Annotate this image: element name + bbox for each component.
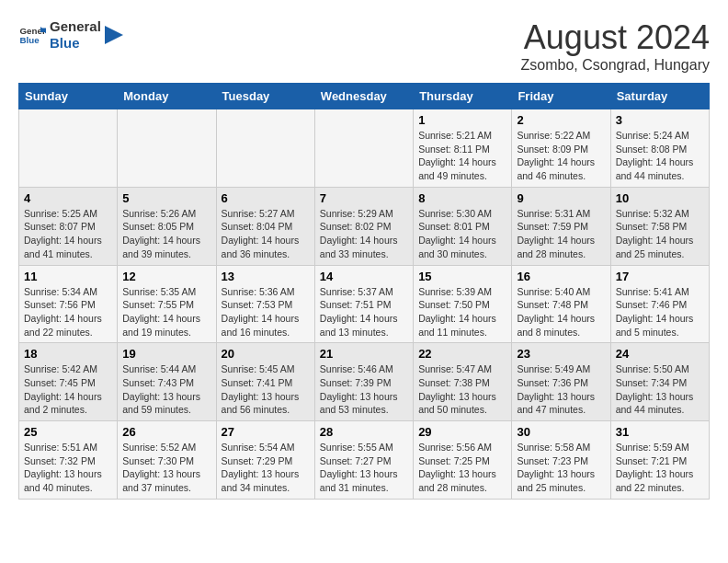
day-number: 10 — [616, 191, 704, 205]
cell-week3-day5: 16Sunrise: 5:40 AM Sunset: 7:48 PM Dayli… — [512, 265, 610, 343]
cell-week3-day0: 11Sunrise: 5:34 AM Sunset: 7:56 PM Dayli… — [19, 265, 118, 343]
cell-week1-day4: 1Sunrise: 5:21 AM Sunset: 8:11 PM Daylig… — [414, 109, 512, 188]
cell-week5-day1: 26Sunrise: 5:52 AM Sunset: 7:30 PM Dayli… — [118, 421, 216, 500]
cell-week1-day1 — [118, 109, 216, 188]
day-number: 17 — [616, 270, 704, 283]
day-number: 24 — [616, 347, 704, 361]
day-info: Sunrise: 5:44 AM Sunset: 7:43 PM Dayligh… — [122, 362, 210, 417]
logo-general-text: General — [50, 18, 101, 35]
day-number: 19 — [122, 347, 210, 361]
day-number: 5 — [122, 191, 210, 205]
calendar-table: Sunday Monday Tuesday Wednesday Thursday… — [18, 83, 710, 500]
day-info: Sunrise: 5:22 AM Sunset: 8:09 PM Dayligh… — [517, 129, 605, 183]
day-info: Sunrise: 5:34 AM Sunset: 7:56 PM Dayligh… — [24, 285, 112, 339]
day-info: Sunrise: 5:50 AM Sunset: 7:34 PM Dayligh… — [616, 362, 704, 417]
day-number: 4 — [24, 191, 112, 205]
day-number: 25 — [24, 425, 112, 439]
day-number: 20 — [222, 347, 310, 361]
day-info: Sunrise: 5:35 AM Sunset: 7:55 PM Dayligh… — [122, 285, 210, 339]
day-number: 11 — [24, 270, 112, 283]
cell-week4-day1: 19Sunrise: 5:44 AM Sunset: 7:43 PM Dayli… — [118, 343, 216, 421]
cell-week3-day3: 14Sunrise: 5:37 AM Sunset: 7:51 PM Dayli… — [314, 265, 413, 343]
week-row-5: 25Sunrise: 5:51 AM Sunset: 7:32 PM Dayli… — [19, 421, 710, 500]
day-number: 3 — [616, 113, 704, 127]
cell-week1-day2 — [216, 109, 314, 188]
day-number: 27 — [222, 425, 310, 439]
day-info: Sunrise: 5:52 AM Sunset: 7:30 PM Dayligh… — [122, 441, 210, 495]
cell-week1-day6: 3Sunrise: 5:24 AM Sunset: 8:08 PM Daylig… — [610, 109, 709, 188]
day-info: Sunrise: 5:25 AM Sunset: 8:07 PM Dayligh… — [24, 207, 112, 261]
day-number: 16 — [517, 270, 605, 283]
week-row-2: 4Sunrise: 5:25 AM Sunset: 8:07 PM Daylig… — [19, 187, 710, 265]
cell-week5-day2: 27Sunrise: 5:54 AM Sunset: 7:29 PM Dayli… — [216, 421, 314, 500]
cell-week2-day6: 10Sunrise: 5:32 AM Sunset: 7:58 PM Dayli… — [610, 187, 709, 265]
day-number: 30 — [517, 425, 605, 439]
day-number: 26 — [122, 425, 210, 439]
cell-week5-day4: 29Sunrise: 5:56 AM Sunset: 7:25 PM Dayli… — [414, 421, 512, 500]
cell-week1-day0 — [19, 109, 118, 188]
cell-week3-day2: 13Sunrise: 5:36 AM Sunset: 7:53 PM Dayli… — [216, 265, 314, 343]
day-info: Sunrise: 5:56 AM Sunset: 7:25 PM Dayligh… — [418, 441, 506, 495]
day-info: Sunrise: 5:49 AM Sunset: 7:36 PM Dayligh… — [517, 362, 605, 417]
cell-week1-day3 — [314, 109, 413, 188]
day-number: 2 — [517, 113, 605, 127]
day-info: Sunrise: 5:59 AM Sunset: 7:21 PM Dayligh… — [616, 441, 704, 495]
day-number: 29 — [418, 425, 506, 439]
logo-arrow-icon — [105, 26, 123, 44]
day-number: 1 — [418, 113, 506, 127]
header-thursday: Thursday — [414, 84, 512, 109]
day-number: 12 — [122, 270, 210, 283]
cell-week3-day1: 12Sunrise: 5:35 AM Sunset: 7:55 PM Dayli… — [118, 265, 216, 343]
month-title: August 2024 — [521, 18, 710, 57]
header-wednesday: Wednesday — [314, 84, 413, 109]
cell-week2-day3: 7Sunrise: 5:29 AM Sunset: 8:02 PM Daylig… — [314, 187, 413, 265]
day-info: Sunrise: 5:36 AM Sunset: 7:53 PM Dayligh… — [222, 285, 310, 339]
cell-week4-day2: 20Sunrise: 5:45 AM Sunset: 7:41 PM Dayli… — [216, 343, 314, 421]
cell-week5-day6: 31Sunrise: 5:59 AM Sunset: 7:21 PM Dayli… — [610, 421, 709, 500]
page-header: General Blue General Blue August 2024 Zs… — [18, 18, 710, 74]
title-block: August 2024 Zsombo, Csongrad, Hungary — [521, 18, 710, 74]
week-row-3: 11Sunrise: 5:34 AM Sunset: 7:56 PM Dayli… — [19, 265, 710, 343]
day-number: 6 — [222, 191, 310, 205]
logo-icon: General Blue — [18, 21, 46, 49]
location: Zsombo, Csongrad, Hungary — [521, 57, 710, 74]
day-info: Sunrise: 5:29 AM Sunset: 8:02 PM Dayligh… — [320, 207, 408, 261]
day-info: Sunrise: 5:30 AM Sunset: 8:01 PM Dayligh… — [418, 207, 506, 261]
day-info: Sunrise: 5:51 AM Sunset: 7:32 PM Dayligh… — [24, 441, 112, 495]
cell-week2-day0: 4Sunrise: 5:25 AM Sunset: 8:07 PM Daylig… — [19, 187, 118, 265]
day-info: Sunrise: 5:31 AM Sunset: 7:59 PM Dayligh… — [517, 207, 605, 261]
cell-week4-day5: 23Sunrise: 5:49 AM Sunset: 7:36 PM Dayli… — [512, 343, 610, 421]
day-number: 18 — [24, 347, 112, 361]
day-info: Sunrise: 5:47 AM Sunset: 7:38 PM Dayligh… — [418, 362, 506, 417]
day-info: Sunrise: 5:41 AM Sunset: 7:46 PM Dayligh… — [616, 285, 704, 339]
day-info: Sunrise: 5:42 AM Sunset: 7:45 PM Dayligh… — [24, 362, 112, 417]
cell-week5-day5: 30Sunrise: 5:58 AM Sunset: 7:23 PM Dayli… — [512, 421, 610, 500]
day-number: 7 — [320, 191, 408, 205]
day-number: 31 — [616, 425, 704, 439]
day-number: 22 — [418, 347, 506, 361]
day-info: Sunrise: 5:21 AM Sunset: 8:11 PM Dayligh… — [418, 129, 506, 183]
cell-week4-day4: 22Sunrise: 5:47 AM Sunset: 7:38 PM Dayli… — [414, 343, 512, 421]
day-info: Sunrise: 5:58 AM Sunset: 7:23 PM Dayligh… — [517, 441, 605, 495]
svg-text:Blue: Blue — [20, 35, 40, 45]
day-number: 28 — [320, 425, 408, 439]
day-number: 9 — [517, 191, 605, 205]
day-number: 14 — [320, 270, 408, 283]
day-number: 13 — [222, 270, 310, 283]
day-info: Sunrise: 5:32 AM Sunset: 7:58 PM Dayligh… — [616, 207, 704, 261]
cell-week3-day6: 17Sunrise: 5:41 AM Sunset: 7:46 PM Dayli… — [610, 265, 709, 343]
day-number: 23 — [517, 347, 605, 361]
week-row-4: 18Sunrise: 5:42 AM Sunset: 7:45 PM Dayli… — [19, 343, 710, 421]
week-row-1: 1Sunrise: 5:21 AM Sunset: 8:11 PM Daylig… — [19, 109, 710, 188]
cell-week5-day0: 25Sunrise: 5:51 AM Sunset: 7:32 PM Dayli… — [19, 421, 118, 500]
cell-week4-day3: 21Sunrise: 5:46 AM Sunset: 7:39 PM Dayli… — [314, 343, 413, 421]
day-info: Sunrise: 5:26 AM Sunset: 8:05 PM Dayligh… — [122, 207, 210, 261]
day-info: Sunrise: 5:24 AM Sunset: 8:08 PM Dayligh… — [616, 129, 704, 183]
cell-week5-day3: 28Sunrise: 5:55 AM Sunset: 7:27 PM Dayli… — [314, 421, 413, 500]
cell-week4-day6: 24Sunrise: 5:50 AM Sunset: 7:34 PM Dayli… — [610, 343, 709, 421]
day-info: Sunrise: 5:55 AM Sunset: 7:27 PM Dayligh… — [320, 441, 408, 495]
cell-week2-day5: 9Sunrise: 5:31 AM Sunset: 7:59 PM Daylig… — [512, 187, 610, 265]
day-info: Sunrise: 5:46 AM Sunset: 7:39 PM Dayligh… — [320, 362, 408, 417]
cell-week2-day4: 8Sunrise: 5:30 AM Sunset: 8:01 PM Daylig… — [414, 187, 512, 265]
header-sunday: Sunday — [19, 84, 118, 109]
